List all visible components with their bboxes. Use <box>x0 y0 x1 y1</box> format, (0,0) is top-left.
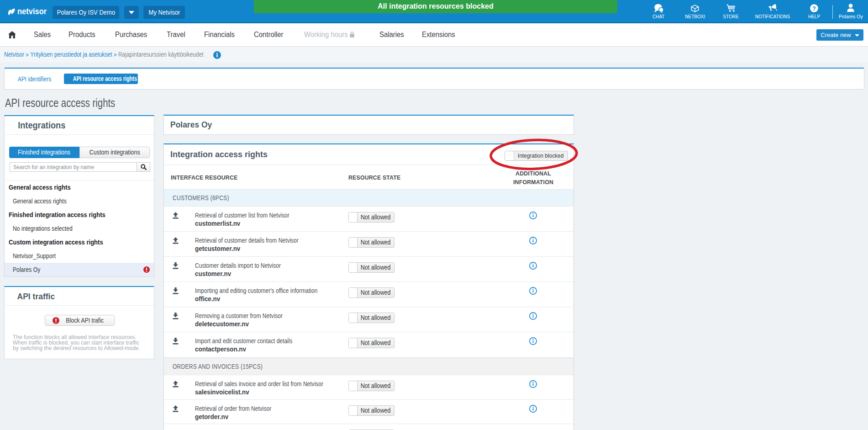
svg-text:?: ? <box>812 5 816 12</box>
